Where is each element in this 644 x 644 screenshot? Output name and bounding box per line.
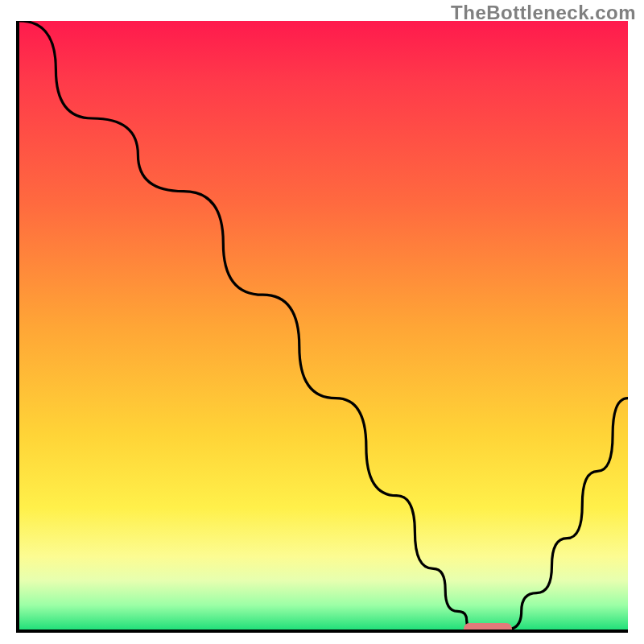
plot-area — [16, 21, 628, 633]
optimum-marker — [464, 623, 512, 633]
chart-container: TheBottleneck.com — [0, 0, 644, 644]
bottleneck-curve — [19, 21, 628, 630]
curve-path — [19, 21, 628, 630]
